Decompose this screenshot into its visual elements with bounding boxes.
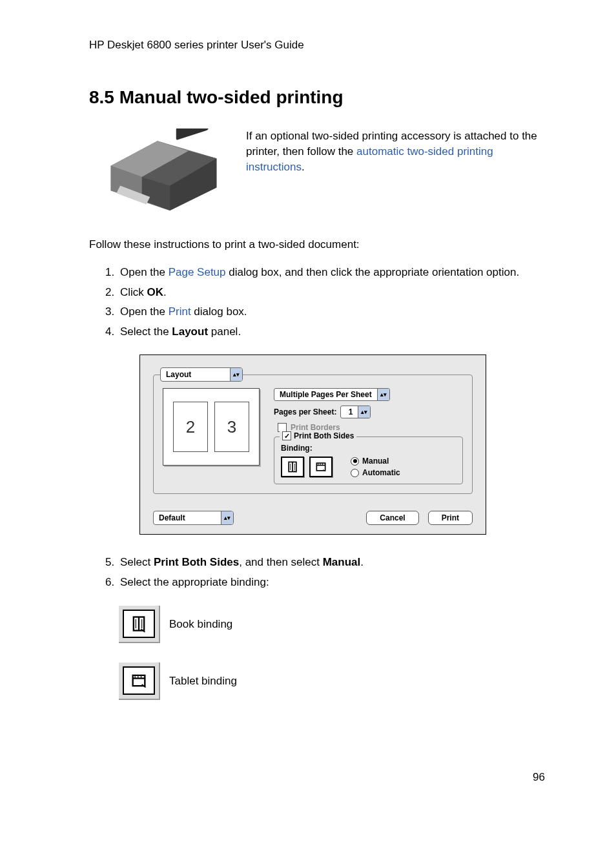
document-header: HP Deskjet 6800 series printer User's Gu… <box>89 39 545 52</box>
step4-b: panel. <box>208 325 241 338</box>
print-borders-checkbox[interactable] <box>278 423 287 432</box>
multiple-pages-value: Multiple Pages Per Sheet <box>274 389 377 400</box>
book-binding-row: Book binding <box>119 606 545 643</box>
step-5: Select Print Both Sides, and then select… <box>118 553 545 573</box>
printer-illustration <box>101 128 227 212</box>
layout-dialog-figure: Layout ▴▾ 2 3 Multiple Pages Per Sheet ▴… <box>139 355 486 535</box>
tablet-binding-icon <box>119 663 160 700</box>
panel-selector-dropdown[interactable]: Layout ▴▾ <box>160 367 243 382</box>
tablet-binding-label: Tablet binding <box>169 675 237 688</box>
svg-rect-21 <box>133 675 145 685</box>
step5-mid: , and then select <box>239 556 322 568</box>
step1-b: dialog box, and then click the appropria… <box>226 266 520 278</box>
book-binding-icon-button[interactable] <box>281 457 304 477</box>
step-1: Open the Page Setup dialog box, and then… <box>118 263 545 283</box>
step1-a: Open the <box>120 266 169 278</box>
manual-radio-row[interactable]: Manual <box>351 457 400 466</box>
svg-rect-6 <box>176 128 209 140</box>
automatic-radio-row[interactable]: Automatic <box>351 468 400 477</box>
print-button[interactable]: Print <box>428 511 473 525</box>
print-borders-label: Print Borders <box>291 423 340 432</box>
pages-per-sheet-label: Pages per Sheet: <box>274 407 336 416</box>
svg-rect-12 <box>316 464 325 471</box>
step-6: Select the appropriate binding: <box>118 573 545 593</box>
book-binding-label: Book binding <box>169 618 232 631</box>
preview-page-right: 3 <box>214 402 249 452</box>
step3-b: dialog box. <box>191 305 247 318</box>
step5-b: . <box>360 556 364 568</box>
book-binding-icon <box>119 606 160 643</box>
step-2: Click OK. <box>118 283 545 303</box>
page-number: 96 <box>89 771 545 784</box>
print-both-sides-checkbox[interactable]: ✓ <box>282 431 291 440</box>
chevron-updown-icon: ▴▾ <box>221 511 233 524</box>
step4-a: Select the <box>120 325 172 338</box>
binding-label: Binding: <box>281 444 456 453</box>
ok-bold: OK <box>147 286 164 298</box>
preview-page-left: 2 <box>173 402 208 452</box>
chevron-updown-icon: ▴▾ <box>230 368 242 381</box>
step2-a: Click <box>120 286 147 298</box>
automatic-radio-label: Automatic <box>362 468 400 477</box>
follow-instructions-text: Follow these instructions to print a two… <box>89 238 545 251</box>
steps-list-continued: Select Print Both Sides, and then select… <box>89 553 545 592</box>
panel-selector-value: Layout <box>161 369 230 380</box>
multiple-pages-dropdown[interactable]: Multiple Pages Per Sheet ▴▾ <box>274 388 390 401</box>
tablet-binding-icon-button[interactable] <box>309 457 333 477</box>
manual-radio-label: Manual <box>362 457 389 466</box>
print-link[interactable]: Print <box>169 305 191 318</box>
step3-a: Open the <box>120 305 169 318</box>
settings-column: Multiple Pages Per Sheet ▴▾ Pages per Sh… <box>274 388 463 484</box>
step2-b: . <box>163 286 167 298</box>
automatic-radio[interactable] <box>351 469 359 477</box>
cancel-button[interactable]: Cancel <box>366 511 418 525</box>
intro-text-b: . <box>302 161 305 173</box>
pages-per-sheet-value: 1 <box>341 407 358 417</box>
manual-radio[interactable] <box>351 457 359 466</box>
page-setup-link[interactable]: Page Setup <box>169 266 226 278</box>
step5-a: Select <box>120 556 154 568</box>
default-dropdown[interactable]: Default ▴▾ <box>153 511 234 525</box>
pbs-bold: Print Both Sides <box>154 556 239 568</box>
print-both-sides-group: ✓ Print Both Sides Binding: <box>274 437 463 484</box>
step-4: Select the Layout panel. <box>118 322 545 342</box>
steps-list: Open the Page Setup dialog box, and then… <box>89 263 545 342</box>
pages-per-sheet-dropdown[interactable]: 1 ▴▾ <box>340 406 371 418</box>
default-dropdown-value: Default <box>154 512 221 524</box>
section-heading: 8.5 Manual two-sided printing <box>89 87 545 108</box>
layout-group: Layout ▴▾ 2 3 Multiple Pages Per Sheet ▴… <box>153 375 473 494</box>
step-3: Open the Print dialog box. <box>118 302 545 322</box>
chevron-updown-icon: ▴▾ <box>358 406 370 418</box>
intro-paragraph: If an optional two-sided printing access… <box>246 128 545 174</box>
tablet-binding-row: Tablet binding <box>119 663 545 700</box>
print-both-sides-label: Print Both Sides <box>294 431 354 440</box>
manual-bold: Manual <box>323 556 361 568</box>
layout-bold: Layout <box>172 325 208 338</box>
chevron-updown-icon: ▴▾ <box>377 389 389 400</box>
layout-preview: 2 3 <box>163 388 260 466</box>
